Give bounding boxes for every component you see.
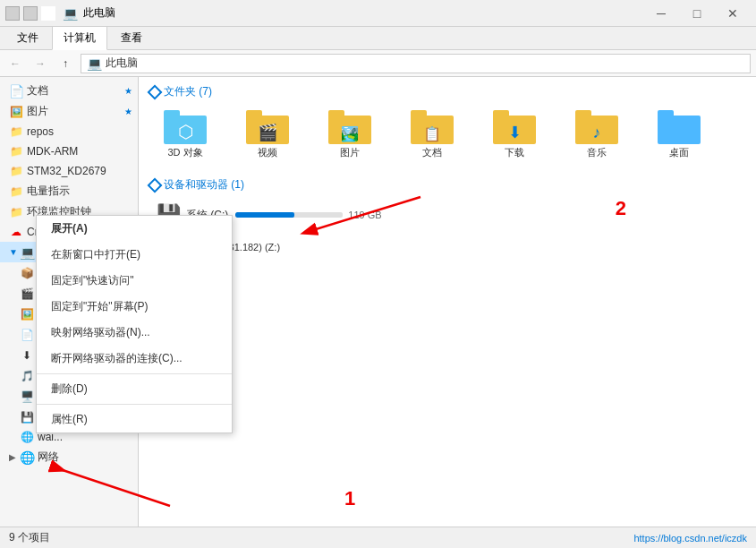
title-bar: 💻 此电脑 ─ □ ✕ <box>0 0 756 27</box>
folders-header: 文件夹 (7) <box>149 84 745 99</box>
title-bar-icons <box>5 6 55 21</box>
cc-icon: ☁ <box>9 225 23 239</box>
sidebar-item-pics[interactable]: 🖼️ 图片 ★ <box>0 101 138 122</box>
folder-desktop-icon <box>658 110 701 144</box>
sidebar-label-docs: 文档 <box>27 83 124 98</box>
window-icon: 💻 <box>63 6 78 21</box>
folder-pics-icon: 🏞️ <box>328 110 371 144</box>
folder-desktop[interactable]: 桌面 <box>643 107 715 163</box>
folder-video-icon: 🎬 <box>246 110 289 144</box>
window-controls: ─ □ ✕ <box>643 0 751 27</box>
mdk-icon: 📁 <box>9 144 23 158</box>
env-icon: 📁 <box>9 205 23 219</box>
desktop-icon: 🖥️ <box>20 390 34 404</box>
folder-grid: ⬡ 3D 对象 🎬 视频 🏞️ 图片 <box>149 107 745 163</box>
ctx-open-new[interactable]: 在新窗口中打开(E) <box>37 242 232 268</box>
ctx-delete[interactable]: 删除(D) <box>37 376 232 402</box>
drive-fill <box>235 212 294 218</box>
folder-music[interactable]: ♪ 音乐 <box>561 107 633 163</box>
address-bar: ← → ↑ 💻 此电脑 <box>0 50 756 77</box>
tab-file[interactable]: 文件 <box>5 26 50 49</box>
sidebar-label-stm: STM32_KD2679 <box>27 165 132 177</box>
stm-icon: 📁 <box>9 164 23 178</box>
window-title: 此电脑 <box>83 5 115 21</box>
folder-pics[interactable]: 🏞️ 图片 <box>314 107 386 163</box>
pin-icon: ★ <box>124 86 132 96</box>
tb-icon-3 <box>41 6 55 21</box>
sidebar-label-network: 网络 <box>38 450 132 465</box>
pin-icon-2: ★ <box>124 107 132 116</box>
up-button[interactable]: ↑ <box>55 54 75 73</box>
back-button[interactable]: ← <box>5 54 25 73</box>
folder-music-icon: ♪ <box>575 110 618 144</box>
sidebar-label-mdk: MDK-ARM <box>27 145 132 158</box>
network-drive[interactable]: 🌐 (\\192.168.31.182) (Z:) <box>149 234 745 261</box>
devices-header: 设备和驱动器 (1) <box>149 177 745 193</box>
ctx-pin-quick[interactable]: 固定到"快速访问" <box>37 268 232 294</box>
status-url: https://blog.csdn.net/iczdk <box>633 533 747 544</box>
drive-size: 119 GB <box>348 210 381 220</box>
music-overlay-icon: ♪ <box>593 124 601 142</box>
ctx-map-drive[interactable]: 映射网络驱动器(N)... <box>37 320 232 346</box>
net-arrow: ▶ <box>9 452 20 462</box>
folder-3d[interactable]: ⬡ 3D 对象 <box>149 107 221 163</box>
video-icon: 🎬 <box>20 287 34 301</box>
address-icon: 💻 <box>87 56 102 71</box>
address-path[interactable]: 💻 此电脑 <box>81 54 751 73</box>
docs-overlay-icon: 📋 <box>423 125 441 142</box>
device-c-drive[interactable]: 💾 系统 (C:) 119 GB <box>149 200 745 230</box>
ctx-pin-start[interactable]: 固定到"开始"屏幕(P) <box>37 294 232 320</box>
sidebar-item-mdk[interactable]: 📁 MDK-ARM <box>0 141 138 161</box>
sidebar-label-pics: 图片 <box>27 104 124 119</box>
sidebar-label-power: 电量指示 <box>27 184 132 199</box>
forward-button[interactable]: → <box>30 54 50 73</box>
wai-icon: 🌐 <box>20 430 34 444</box>
sidebar-item-stm[interactable]: 📁 STM32_KD2679 <box>0 161 138 181</box>
pics-overlay-icon: 🏞️ <box>341 125 359 142</box>
folder-downloads[interactable]: ⬇ 下载 <box>479 107 550 163</box>
3d-overlay-icon: ⬡ <box>178 121 193 142</box>
drive-progress <box>235 212 343 218</box>
ctx-disconnect[interactable]: 断开网络驱动器的连接(C)... <box>37 346 232 372</box>
ctx-sep2 <box>37 404 232 405</box>
sysc-icon: 💾 <box>20 410 34 424</box>
maximize-button[interactable]: □ <box>679 0 715 27</box>
repos-icon: 📁 <box>9 124 23 139</box>
tab-view[interactable]: 查看 <box>109 26 154 49</box>
dl-icon: ⬇ <box>20 348 34 363</box>
folder-docs-icon: 📋 <box>411 110 454 144</box>
ctx-sep1 <box>37 373 232 374</box>
docs2-icon: 📄 <box>20 328 34 342</box>
ctx-properties[interactable]: 属性(R) <box>37 407 232 432</box>
thispc-arrow: ▼ <box>9 247 20 257</box>
ctx-expand[interactable]: 展开(A) <box>37 216 232 242</box>
network-icon: 🌐 <box>20 450 34 465</box>
sidebar-item-power[interactable]: 📁 电量指示 <box>0 181 138 201</box>
3d-icon: 📦 <box>20 266 34 280</box>
minimize-button[interactable]: ─ <box>643 0 679 27</box>
address-text: 此电脑 <box>106 56 138 71</box>
ribbon-tabs: 文件 计算机 查看 <box>0 27 756 50</box>
tab-computer[interactable]: 计算机 <box>52 26 107 50</box>
pics-icon: 🖼️ <box>9 105 23 119</box>
pic2-icon: 🖼️ <box>20 307 34 321</box>
thispc-icon: 💻 <box>20 245 34 260</box>
video-overlay-icon: 🎬 <box>258 123 277 142</box>
power-icon: 📁 <box>9 184 23 199</box>
folder-docs[interactable]: 📋 文档 <box>396 107 468 163</box>
folder-video[interactable]: 🎬 视频 <box>232 107 303 163</box>
status-bar: 9 个项目 https://blog.csdn.net/iczdk <box>0 527 756 548</box>
tb-icon-2 <box>23 6 38 21</box>
docs-icon: 📄 <box>9 84 23 98</box>
sidebar-item-docs[interactable]: 📄 文档 ★ <box>0 81 138 101</box>
sidebar-label-repos: repos <box>27 125 132 138</box>
folder-dl-icon: ⬇ <box>493 110 536 144</box>
dl-overlay-icon: ⬇ <box>508 123 522 142</box>
folder-3d-icon: ⬡ <box>164 110 207 144</box>
close-button[interactable]: ✕ <box>715 0 751 27</box>
sidebar-item-repos[interactable]: 📁 repos <box>0 122 138 141</box>
tb-icon-1 <box>5 6 20 21</box>
sidebar-item-network[interactable]: ▶ 🌐 网络 <box>0 447 138 467</box>
context-menu: 展开(A) 在新窗口中打开(E) 固定到"快速访问" 固定到"开始"屏幕(P) … <box>36 215 233 433</box>
music-icon: 🎵 <box>20 369 34 383</box>
